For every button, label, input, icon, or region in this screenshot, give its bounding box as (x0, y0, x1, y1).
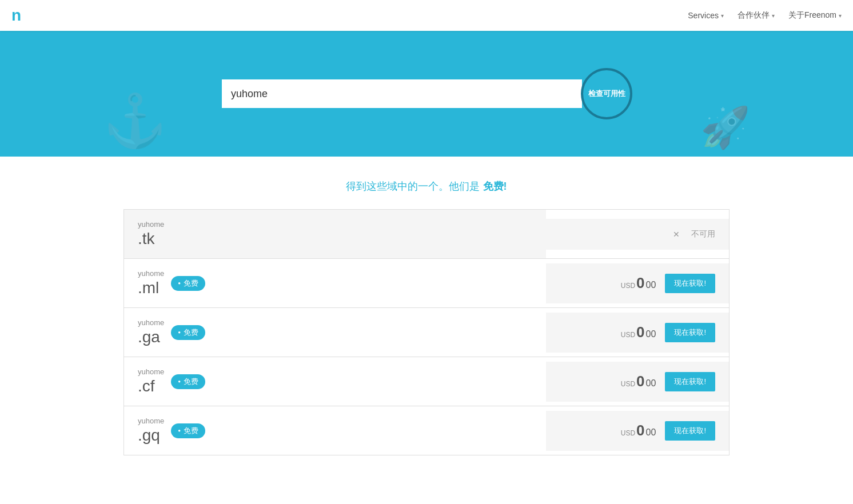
price-decimal: 00 (646, 378, 656, 389)
domain-base-name: yuhome (138, 318, 164, 327)
table-row: yuhome .ml 免费 USD 000 现在获取! (124, 259, 729, 308)
nav-services[interactable]: Services ▾ (688, 11, 724, 20)
currency-label: USD (621, 429, 635, 437)
hero-banner: ⚓ 🚀 检查可用性 (0, 31, 853, 157)
domain-extension: .ga (138, 328, 164, 346)
table-row: yuhome .tk ✕ 不可用 (124, 210, 729, 259)
domain-action-cell-cf: USD 000 现在获取! (546, 362, 729, 402)
search-input[interactable] (221, 78, 582, 109)
unavailable-icon: ✕ (673, 230, 680, 239)
price-decimal: 00 (646, 329, 656, 339)
tagline: 得到这些域中的一个。他们是 免费! (123, 179, 730, 193)
nav-links: Services ▾ 合作伙伴 ▾ 关于Freenom ▾ (688, 10, 842, 21)
get-domain-button-ml[interactable]: 现在获取! (665, 274, 715, 293)
currency-label: USD (621, 282, 635, 290)
domain-cell-cf: yuhome .cf 免费 (124, 357, 546, 406)
domain-cell-ml: yuhome .ml 免费 (124, 259, 546, 307)
chevron-down-icon: ▾ (839, 13, 842, 19)
table-row: yuhome .ga 免费 USD 000 现在获取! (124, 308, 729, 357)
hero-decor-right: 🚀 (700, 104, 750, 151)
domain-results-table: yuhome .tk ✕ 不可用 yuhome .ml 免费 (123, 209, 730, 455)
table-row: yuhome .cf 免费 USD 000 现在获取! (124, 357, 729, 406)
domain-action-cell-tk: ✕ 不可用 (546, 219, 729, 250)
domain-cell-tk: yuhome .tk (124, 210, 546, 258)
domain-extension: .ml (138, 279, 164, 297)
domain-extension: .gq (138, 426, 164, 445)
price-integer: 0 (636, 274, 644, 292)
price-integer: 0 (636, 323, 644, 341)
nav-partners[interactable]: 合作伙伴 ▾ (738, 10, 775, 21)
chevron-down-icon: ▾ (772, 13, 775, 19)
unavailable-label: 不可用 (691, 229, 715, 239)
search-container: 检查可用性 (221, 68, 632, 119)
price-integer: 0 (636, 373, 644, 390)
domain-cell-gq: yuhome .gq 免费 (124, 406, 546, 455)
domain-extension: .cf (138, 377, 164, 395)
domain-cell-ga: yuhome .ga 免费 (124, 308, 546, 357)
price-display: USD 000 (621, 422, 656, 439)
domain-base-name: yuhome (138, 269, 164, 278)
price-display: USD 000 (621, 373, 656, 390)
free-badge: 免费 (171, 423, 205, 438)
domain-action-cell-gq: USD 000 现在获取! (546, 411, 729, 451)
chevron-down-icon: ▾ (721, 13, 724, 19)
domain-base-name: yuhome (138, 220, 532, 229)
free-badge: 免费 (171, 325, 205, 340)
nav-about[interactable]: 关于Freenom ▾ (788, 10, 842, 21)
price-decimal: 00 (646, 280, 656, 290)
get-domain-button-ga[interactable]: 现在获取! (665, 323, 715, 342)
price-display: USD 000 (621, 323, 656, 341)
table-row: yuhome .gq 免费 USD 000 现在获取! (124, 406, 729, 455)
domain-extension: .tk (138, 230, 532, 248)
currency-label: USD (621, 380, 635, 388)
price-integer: 0 (636, 422, 644, 439)
navigation: n Services ▾ 合作伙伴 ▾ 关于Freenom ▾ (0, 0, 853, 31)
domain-action-cell-ml: USD 000 现在获取! (546, 263, 729, 303)
domain-base-name: yuhome (138, 367, 164, 376)
main-content: 得到这些域中的一个。他们是 免费! yuhome .tk ✕ 不可用 yuhom… (112, 157, 741, 478)
price-display: USD 000 (621, 274, 656, 292)
search-button[interactable]: 检查可用性 (581, 68, 632, 119)
domain-base-name: yuhome (138, 417, 164, 425)
logo[interactable]: n (11, 6, 21, 25)
free-badge: 免费 (171, 276, 205, 291)
free-badge: 免费 (171, 374, 205, 389)
get-domain-button-cf[interactable]: 现在获取! (665, 372, 715, 391)
currency-label: USD (621, 331, 635, 339)
hero-decor-left: ⚓ (103, 91, 167, 151)
price-decimal: 00 (646, 427, 656, 438)
get-domain-button-gq[interactable]: 现在获取! (665, 421, 715, 441)
domain-action-cell-ga: USD 000 现在获取! (546, 313, 729, 353)
